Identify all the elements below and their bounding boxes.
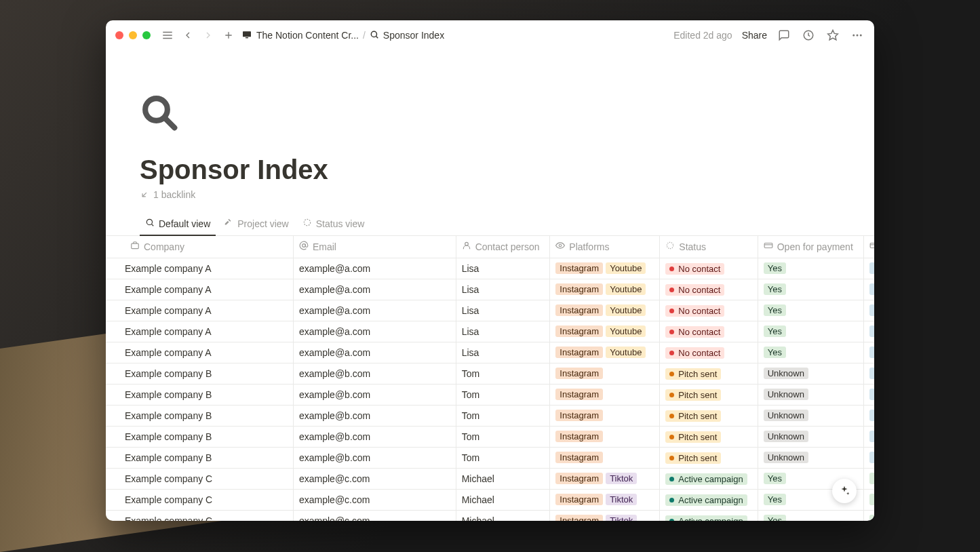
cell-platforms[interactable]: InstagramYoutube [550,321,660,342]
table-row[interactable]: Example company Aexample@a.comLisaInstag… [106,300,874,321]
cell-contact[interactable]: Tom [456,405,550,426]
table-row[interactable]: Example company Cexample@c.comMichaelIns… [106,489,874,510]
cell-extra[interactable]: N [864,384,874,405]
cell-extra[interactable]: N [864,279,874,300]
cell-email[interactable]: example@a.com [293,321,456,342]
cell-status[interactable]: No contact [660,279,758,300]
cell-email[interactable]: example@a.com [293,342,456,363]
cell-contact[interactable]: Tom [456,363,550,384]
cell-company[interactable]: Example company A [106,342,293,363]
cell-status[interactable]: Active campaign [660,468,758,489]
column-header-status[interactable]: Status [660,236,758,258]
cell-company[interactable]: Example company C [106,489,293,510]
column-header-open[interactable]: Open for payment [758,236,864,258]
cell-status[interactable]: Pitch sent [660,384,758,405]
cell-contact[interactable]: Michael [456,510,550,521]
cell-platforms[interactable]: InstagramYoutube [550,300,660,321]
cell-contact[interactable]: Michael [456,489,550,510]
cell-open-for-payment[interactable]: Yes [758,300,864,321]
cell-open-for-payment[interactable]: Unknown [758,405,864,426]
table-row[interactable]: Example company Bexample@b.comTomInstagr… [106,363,874,384]
cell-status[interactable]: No contact [660,258,758,279]
table-row[interactable]: Example company Bexample@b.comTomInstagr… [106,447,874,468]
close-window-button[interactable] [115,31,123,39]
cell-contact[interactable]: Tom [456,384,550,405]
cell-contact[interactable]: Lisa [456,258,550,279]
cell-platforms[interactable]: InstagramYoutube [550,342,660,363]
maximize-window-button[interactable] [142,31,151,39]
nav-back-button[interactable] [180,28,195,43]
cell-status[interactable]: Active campaign [660,489,758,510]
column-header-contact[interactable]: Contact person [456,236,550,258]
cell-status[interactable]: Pitch sent [660,363,758,384]
cell-open-for-payment[interactable]: Yes [758,321,864,342]
column-header-email[interactable]: Email [293,236,456,258]
cell-platforms[interactable]: Instagram [550,426,660,447]
page-title[interactable]: Sponsor Index [140,155,820,185]
cell-extra[interactable]: N [864,405,874,426]
cell-company[interactable]: Example company C [106,510,293,521]
cell-open-for-payment[interactable]: Unknown [758,384,864,405]
cell-open-for-payment[interactable]: Yes [758,342,864,363]
more-button[interactable] [850,28,865,43]
cell-contact[interactable]: Lisa [456,279,550,300]
cell-status[interactable]: Pitch sent [660,426,758,447]
cell-contact[interactable]: Tom [456,426,550,447]
cell-email[interactable]: example@b.com [293,405,456,426]
ai-fab-button[interactable] [832,479,857,503]
breadcrumb-current[interactable]: Sponsor Index [383,30,444,41]
minimize-window-button[interactable] [129,31,137,39]
cell-status[interactable]: No contact [660,321,758,342]
cell-email[interactable]: example@a.com [293,300,456,321]
cell-open-for-payment[interactable]: Unknown [758,363,864,384]
cell-email[interactable]: example@a.com [293,258,456,279]
cell-email[interactable]: example@c.com [293,468,456,489]
cell-open-for-payment[interactable]: Unknown [758,447,864,468]
cell-contact[interactable]: Lisa [456,300,550,321]
table-row[interactable]: Example company Bexample@b.comTomInstagr… [106,384,874,405]
cell-extra[interactable]: N [864,447,874,468]
cell-platforms[interactable]: Instagram [550,405,660,426]
cell-extra[interactable]: N [864,426,874,447]
cell-platforms[interactable]: InstagramYoutube [550,258,660,279]
cell-extra[interactable]: N [864,363,874,384]
cell-extra[interactable]: N [864,321,874,342]
backlink[interactable]: 1 backlink [140,189,820,200]
comments-button[interactable] [777,28,791,43]
updates-button[interactable] [801,28,816,43]
new-tab-button[interactable] [221,28,236,43]
cell-open-for-payment[interactable]: Unknown [758,426,864,447]
cell-platforms[interactable]: InstagramTiktok [550,510,660,521]
cell-platforms[interactable]: Instagram [550,447,660,468]
table-row[interactable]: Example company Bexample@b.comTomInstagr… [106,426,874,447]
cell-company[interactable]: Example company B [106,384,293,405]
table-row[interactable]: Example company Cexample@c.comMichaelIns… [106,510,874,521]
table-row[interactable]: Example company Aexample@a.comLisaInstag… [106,279,874,300]
cell-platforms[interactable]: InstagramYoutube [550,279,660,300]
tab-status-view[interactable]: Status view [297,214,370,236]
table-row[interactable]: Example company Cexample@c.comMichaelIns… [106,468,874,489]
cell-company[interactable]: Example company B [106,363,293,384]
table-row[interactable]: Example company Aexample@a.comLisaInstag… [106,342,874,363]
column-header-extra[interactable] [864,236,874,258]
cell-status[interactable]: Pitch sent [660,447,758,468]
cell-company[interactable]: Example company B [106,405,293,426]
cell-platforms[interactable]: InstagramTiktok [550,489,660,510]
table-row[interactable]: Example company Aexample@a.comLisaInstag… [106,321,874,342]
cell-email[interactable]: example@a.com [293,279,456,300]
cell-open-for-payment[interactable]: Yes [758,279,864,300]
cell-email[interactable]: example@b.com [293,447,456,468]
cell-email[interactable]: example@c.com [293,510,456,521]
cell-company[interactable]: Example company A [106,321,293,342]
cell-company[interactable]: Example company A [106,279,293,300]
cell-company[interactable]: Example company A [106,258,293,279]
favorite-button[interactable] [825,28,840,43]
cell-platforms[interactable]: Instagram [550,384,660,405]
tab-project-view[interactable]: Project view [218,214,294,236]
column-header-company[interactable]: Company [106,236,293,258]
cell-email[interactable]: example@c.com [293,489,456,510]
cell-contact[interactable]: Tom [456,447,550,468]
cell-status[interactable]: No contact [660,342,758,363]
cell-status[interactable]: No contact [660,300,758,321]
page-icon[interactable] [140,91,820,141]
